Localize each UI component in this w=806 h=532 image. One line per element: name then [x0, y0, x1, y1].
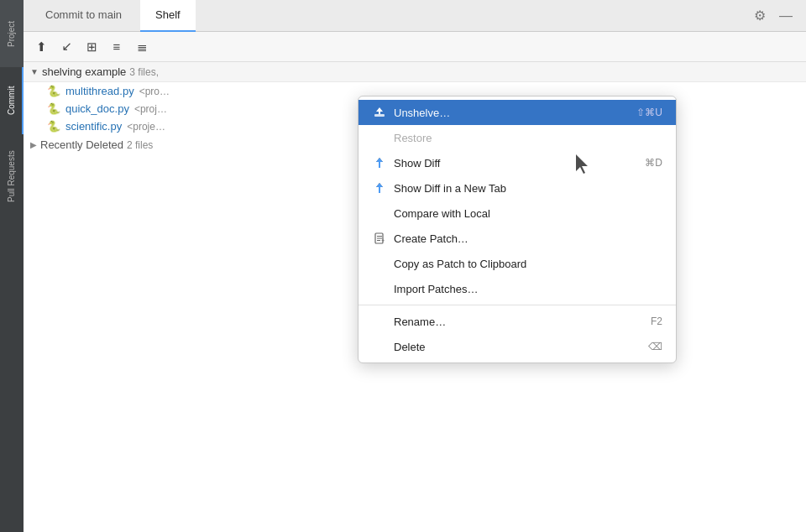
context-menu: Unshelve… ⇧⌘U Restore Show Diff ⌘D: [358, 96, 677, 363]
compare-local-icon: [372, 206, 387, 221]
unshelve-label: Unshelve…: [394, 107, 630, 119]
ctx-item-rename[interactable]: Rename… F2: [359, 309, 676, 334]
svg-marker-3: [376, 158, 383, 168]
restore-icon: [372, 130, 387, 145]
ctx-item-restore: Restore: [359, 125, 676, 150]
minimize-icon: —: [779, 8, 793, 23]
tab-shelf-label: Shelf: [155, 8, 181, 21]
svg-text:+: +: [381, 237, 385, 243]
python-file-icon-2: 🐍: [47, 102, 60, 115]
tree-area: ▼ shelving example 3 files, 🐍 multithrea…: [24, 62, 806, 532]
project-label: Project: [7, 20, 16, 46]
rename-shortcut: F2: [651, 316, 662, 327]
python-file-icon: 🐍: [47, 85, 60, 97]
deleted-expand-arrow: ▶: [30, 140, 37, 149]
ctx-item-unshelve[interactable]: Unshelve… ⇧⌘U: [359, 100, 676, 125]
group-name: shelving example: [42, 65, 126, 78]
rename-icon: [372, 314, 387, 329]
tab-commit-to-main[interactable]: Commit to main: [30, 0, 137, 32]
sidebar-item-commit[interactable]: Commit: [0, 67, 24, 134]
rename-label: Rename…: [394, 316, 644, 328]
shelving-group-header[interactable]: ▼ shelving example 3 files,: [24, 62, 806, 82]
show-diff-new-tab-icon: [372, 180, 387, 196]
deleted-section-count: 2 files: [127, 139, 153, 151]
unshelve-icon: [372, 105, 387, 120]
update-button[interactable]: ↗: [55, 36, 77, 58]
create-patch-icon: +: [372, 231, 387, 246]
file-location-scientific: <proje…: [127, 121, 165, 133]
sidebar-item-pull-requests[interactable]: Pull Requests: [0, 134, 24, 218]
pull-requests-label: Pull Requests: [7, 150, 16, 202]
group-expand-arrow: ▼: [30, 67, 39, 76]
main-content: Commit to main Shelf ⚙ — ⬆ ↗ ⊞ ≡ ≣: [24, 0, 806, 532]
import-patches-icon: [372, 281, 387, 296]
gear-icon: ⚙: [754, 8, 766, 23]
ctx-item-import-patches[interactable]: Import Patches…: [359, 276, 676, 301]
ctx-item-show-diff-new-tab[interactable]: Show Diff in a New Tab: [359, 175, 676, 201]
file-location-quick-doc: <proj…: [134, 103, 167, 115]
file-name-multithread: multithread.py: [65, 85, 134, 97]
tab-shelf[interactable]: Shelf: [140, 0, 196, 32]
sidebar: Project Commit Pull Requests: [0, 0, 24, 532]
copy-patch-label: Copy as Patch to Clipboard: [394, 258, 656, 270]
settings-gear-button[interactable]: ⚙: [747, 4, 772, 27]
ctx-item-create-patch[interactable]: + Create Patch…: [359, 226, 676, 251]
show-diff-new-tab-label: Show Diff in a New Tab: [394, 182, 656, 195]
toolbar: ⬆ ↗ ⊞ ≡ ≣: [24, 32, 806, 62]
show-diff-icon: [372, 155, 387, 170]
sort-button[interactable]: ≡: [106, 36, 128, 58]
delete-label: Delete: [394, 341, 641, 353]
svg-rect-0: [374, 114, 385, 117]
ctx-item-copy-patch[interactable]: Copy as Patch to Clipboard: [359, 251, 676, 276]
show-diff-shortcut: ⌘D: [645, 157, 662, 169]
commit-label: Commit: [7, 86, 16, 115]
push-icon: ⬆: [36, 39, 47, 55]
copy-patch-icon: [372, 256, 387, 271]
show-diff-label: Show Diff: [394, 157, 638, 170]
tab-commit-label: Commit to main: [45, 8, 122, 21]
layout-button[interactable]: ⊞: [81, 36, 102, 58]
sidebar-item-project[interactable]: Project: [0, 0, 24, 67]
svg-marker-5: [376, 183, 383, 193]
sort-icon: ≡: [113, 39, 121, 54]
ctx-item-show-diff[interactable]: Show Diff ⌘D: [359, 150, 676, 175]
import-patches-label: Import Patches…: [394, 283, 656, 295]
push-button[interactable]: ⬆: [30, 36, 52, 58]
group-button[interactable]: ≣: [131, 36, 153, 58]
group-count: 3 files,: [129, 66, 159, 78]
file-location-multithread: <pro…: [139, 86, 170, 97]
create-patch-label: Create Patch…: [394, 232, 656, 245]
context-menu-divider: [359, 305, 676, 305]
compare-local-label: Compare with Local: [394, 207, 656, 220]
tabs-bar: Commit to main Shelf ⚙ —: [24, 0, 806, 32]
update-icon: ↗: [61, 39, 72, 55]
minimize-button[interactable]: —: [772, 5, 799, 27]
unshelve-shortcut: ⇧⌘U: [636, 107, 662, 118]
deleted-section-name: Recently Deleted: [40, 138, 123, 151]
ctx-item-compare-local[interactable]: Compare with Local: [359, 201, 676, 226]
svg-marker-1: [376, 107, 383, 114]
group-icon: ≣: [137, 39, 148, 55]
layout-icon: ⊞: [86, 39, 97, 55]
restore-label: Restore: [394, 132, 656, 144]
python-file-icon-3: 🐍: [47, 120, 60, 133]
file-name-quick-doc: quick_doc.py: [65, 102, 129, 115]
file-name-scientific: scientific.py: [65, 120, 122, 133]
delete-shortcut: ⌫: [648, 341, 662, 352]
delete-icon: [372, 339, 387, 354]
ctx-item-delete[interactable]: Delete ⌫: [359, 334, 676, 359]
